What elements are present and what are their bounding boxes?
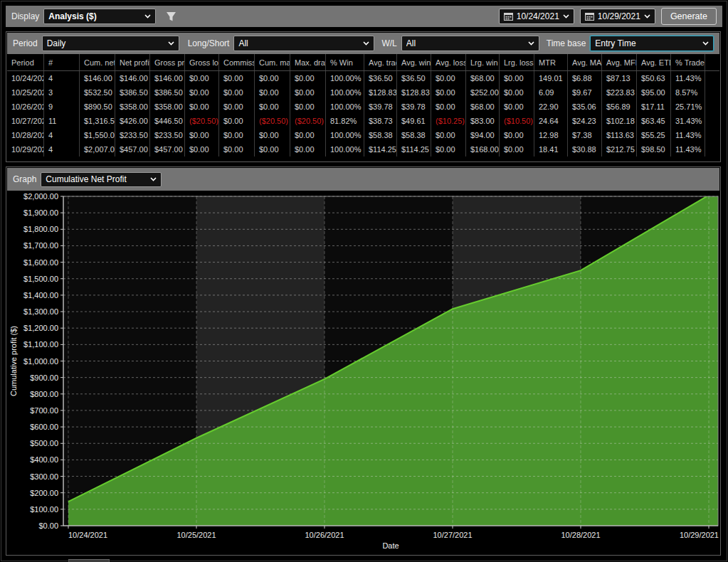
- table-header-cell[interactable]: Period: [7, 54, 44, 70]
- table-cell: 10/24/2021: [7, 71, 44, 85]
- longshort-label: Long/Short: [188, 38, 230, 48]
- y-axis-label: $1,700.00: [23, 241, 58, 250]
- bottom-tab-fragment[interactable]: [68, 559, 110, 562]
- table-cell: $87.13: [602, 71, 637, 85]
- y-axis-label: $1,900.00: [23, 208, 58, 217]
- x-axis-label: 10/28/2021: [561, 531, 600, 539]
- table-cell: $0.00: [185, 71, 219, 85]
- table-cell: $426.00: [115, 114, 150, 128]
- table-header-cell[interactable]: Avg. ETD: [637, 54, 671, 70]
- x-axis-label: 10/29/2021: [680, 531, 719, 539]
- table-cell: 11.43%: [671, 142, 705, 157]
- table-row[interactable]: 10/28/20214$1,550.00$233.50$233.50$0.00$…: [7, 128, 719, 142]
- table-cell: $1,550.00: [80, 128, 115, 142]
- y-axis-label: $1,500.00: [23, 275, 58, 283]
- y-axis-labels: $0.00$100.00$200.00$300.00$400.00$500.00…: [23, 192, 63, 530]
- graph-toolbar: Graph Cumulative Net Profit: [7, 168, 719, 191]
- table-header-cell[interactable]: Gross profit: [150, 54, 185, 70]
- calendar-icon: [585, 12, 594, 21]
- table-header-cell[interactable]: Net profit: [115, 54, 150, 70]
- table-cell: $0.00: [290, 85, 326, 100]
- chevron-down-icon: [644, 14, 650, 18]
- table-row[interactable]: 10/25/20213$532.50$386.50$386.50$0.00$0.…: [7, 85, 719, 100]
- table-cell: $1,316.50: [80, 114, 115, 128]
- table-header-cell[interactable]: Avg. MAE: [568, 54, 602, 70]
- table-cell: $386.50: [150, 85, 185, 100]
- chevron-down-icon: [528, 41, 534, 46]
- table-header-cell[interactable]: Lrg. win: [466, 54, 500, 70]
- table-cell: $233.50: [150, 128, 185, 142]
- table-cell: $58.38: [397, 128, 431, 142]
- filter-funnel-icon: [166, 11, 176, 22]
- table-cell: 24.64: [534, 114, 568, 128]
- table-cell: $35.06: [568, 100, 602, 114]
- table-cell: $2,007.00: [80, 142, 115, 157]
- period-label: Period: [13, 38, 38, 48]
- table-header-cell[interactable]: #: [44, 54, 80, 70]
- table-cell: $94.00: [466, 128, 500, 142]
- table-cell: 149.01: [534, 71, 568, 85]
- table-header-cell[interactable]: Lrg. loss: [500, 54, 534, 70]
- y-axis-label: $300.00: [30, 472, 58, 481]
- table-cell: ($20.50): [255, 114, 290, 128]
- table-row[interactable]: 10/26/20219$890.50$358.00$358.00$0.00$0.…: [7, 100, 719, 114]
- table-cell: $0.00: [431, 71, 466, 85]
- table-header-cell[interactable]: Avg. trade: [364, 54, 397, 70]
- table-cell: $6.88: [568, 71, 602, 85]
- performance-table: Period#Cum. net profitNet profitGross pr…: [7, 54, 719, 161]
- table-header-cell[interactable]: MTR: [534, 54, 568, 70]
- table-cell: $0.00: [500, 128, 534, 142]
- table-header-cell[interactable]: Cum. net profit: [80, 54, 115, 70]
- table-cell: $233.50: [115, 128, 150, 142]
- table-row[interactable]: 10/29/20214$2,007.00$457.00$457.00$0.00$…: [7, 142, 719, 157]
- y-axis-label: $1,300.00: [23, 307, 58, 316]
- table-cell: $457.00: [115, 142, 150, 157]
- table-cell: 4: [44, 71, 80, 85]
- table-header-cell[interactable]: Avg. win: [397, 54, 431, 70]
- table-cell: 25.71%: [671, 100, 705, 114]
- table-header-cell[interactable]: Cum. max. drawdown: [255, 54, 290, 70]
- top-toolbar: Display Analysis ($) 10/24/2021: [6, 6, 722, 27]
- table-header-cell[interactable]: Avg. MFE: [602, 54, 637, 70]
- chevron-down-icon: [563, 14, 569, 18]
- graph-dropdown[interactable]: Cumulative Net Profit: [41, 172, 162, 187]
- period-dropdown-value: Daily: [47, 38, 164, 48]
- date-to-value: 10/29/2021: [598, 11, 640, 21]
- table-cell: $0.00: [255, 71, 290, 85]
- table-cell: $0.00: [290, 142, 326, 157]
- wl-dropdown[interactable]: All: [401, 36, 539, 51]
- table-cell: $114.25: [364, 142, 397, 157]
- table-cell: $0.00: [185, 100, 219, 114]
- date-to-picker[interactable]: 10/29/2021: [580, 9, 655, 24]
- table-cell: $0.00: [431, 85, 466, 100]
- timebase-dropdown[interactable]: Entry Time: [590, 36, 714, 51]
- wl-label: W/L: [381, 38, 396, 48]
- table-cell: $0.00: [290, 128, 326, 142]
- filter-button[interactable]: [166, 11, 176, 22]
- table-header-cell[interactable]: Avg. loss: [431, 54, 466, 70]
- table-header-cell[interactable]: Max. drawdown: [290, 54, 326, 70]
- display-dropdown[interactable]: Analysis ($): [43, 9, 156, 24]
- table-header-cell[interactable]: % Traded: [671, 54, 705, 70]
- table-cell: $24.23: [568, 114, 602, 128]
- table-row[interactable]: 10/24/20214$146.00$146.00$146.00$0.00$0.…: [7, 71, 719, 85]
- table-cell: 9: [44, 100, 80, 114]
- table-header-cell[interactable]: Commission: [219, 54, 255, 70]
- table-cell: $0.00: [500, 85, 534, 100]
- table-row[interactable]: 10/27/202111$1,316.50$426.00$446.50($20.…: [7, 114, 719, 128]
- generate-button[interactable]: Generate: [661, 8, 717, 25]
- chevron-down-icon: [363, 41, 369, 46]
- table-cell: ($20.50): [290, 114, 326, 128]
- period-dropdown[interactable]: Daily: [42, 36, 179, 51]
- date-from-picker[interactable]: 10/24/2021: [499, 9, 574, 24]
- table-cell: $83.00: [466, 114, 500, 128]
- table-header-cell[interactable]: % Win: [326, 54, 364, 70]
- table-cell: $358.00: [150, 100, 185, 114]
- table-cell: 100.00%: [326, 100, 364, 114]
- table-header-cell[interactable]: Gross loss: [185, 54, 219, 70]
- table-cell: $102.18: [602, 114, 637, 128]
- x-axis-title: Date: [382, 541, 399, 550]
- longshort-dropdown[interactable]: All: [233, 36, 374, 51]
- x-axis-label: 10/25/2021: [176, 531, 216, 539]
- table-cell: 8.57%: [671, 85, 705, 100]
